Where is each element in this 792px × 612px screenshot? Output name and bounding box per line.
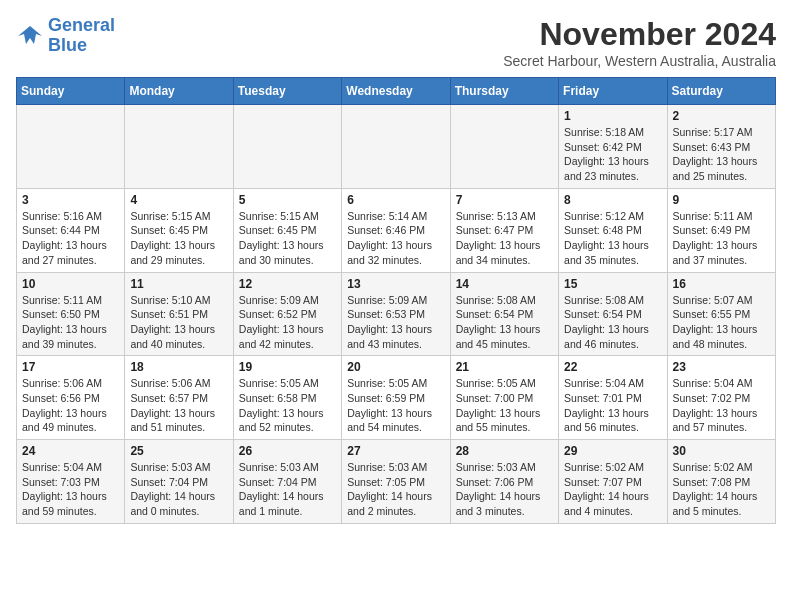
weekday-header-row: SundayMondayTuesdayWednesdayThursdayFrid… — [17, 78, 776, 105]
day-info: Sunrise: 5:04 AM Sunset: 7:02 PM Dayligh… — [673, 376, 770, 435]
day-number: 6 — [347, 193, 444, 207]
calendar-cell: 8Sunrise: 5:12 AM Sunset: 6:48 PM Daylig… — [559, 188, 667, 272]
day-info: Sunrise: 5:03 AM Sunset: 7:05 PM Dayligh… — [347, 460, 444, 519]
calendar-cell: 1Sunrise: 5:18 AM Sunset: 6:42 PM Daylig… — [559, 105, 667, 189]
day-number: 14 — [456, 277, 553, 291]
calendar-cell: 24Sunrise: 5:04 AM Sunset: 7:03 PM Dayli… — [17, 440, 125, 524]
day-info: Sunrise: 5:09 AM Sunset: 6:52 PM Dayligh… — [239, 293, 336, 352]
calendar-cell — [233, 105, 341, 189]
logo-icon — [16, 22, 44, 50]
day-info: Sunrise: 5:02 AM Sunset: 7:07 PM Dayligh… — [564, 460, 661, 519]
calendar-cell: 20Sunrise: 5:05 AM Sunset: 6:59 PM Dayli… — [342, 356, 450, 440]
main-title: November 2024 — [503, 16, 776, 53]
calendar-cell: 7Sunrise: 5:13 AM Sunset: 6:47 PM Daylig… — [450, 188, 558, 272]
calendar-cell: 13Sunrise: 5:09 AM Sunset: 6:53 PM Dayli… — [342, 272, 450, 356]
day-number: 20 — [347, 360, 444, 374]
day-number: 2 — [673, 109, 770, 123]
calendar-cell: 11Sunrise: 5:10 AM Sunset: 6:51 PM Dayli… — [125, 272, 233, 356]
day-info: Sunrise: 5:09 AM Sunset: 6:53 PM Dayligh… — [347, 293, 444, 352]
calendar-cell: 3Sunrise: 5:16 AM Sunset: 6:44 PM Daylig… — [17, 188, 125, 272]
day-info: Sunrise: 5:06 AM Sunset: 6:57 PM Dayligh… — [130, 376, 227, 435]
day-info: Sunrise: 5:15 AM Sunset: 6:45 PM Dayligh… — [130, 209, 227, 268]
day-info: Sunrise: 5:06 AM Sunset: 6:56 PM Dayligh… — [22, 376, 119, 435]
svg-marker-0 — [18, 26, 42, 44]
day-number: 13 — [347, 277, 444, 291]
day-info: Sunrise: 5:17 AM Sunset: 6:43 PM Dayligh… — [673, 125, 770, 184]
calendar-cell — [342, 105, 450, 189]
logo-text: General Blue — [48, 16, 115, 56]
day-info: Sunrise: 5:05 AM Sunset: 6:58 PM Dayligh… — [239, 376, 336, 435]
day-info: Sunrise: 5:08 AM Sunset: 6:54 PM Dayligh… — [456, 293, 553, 352]
calendar-cell — [450, 105, 558, 189]
day-number: 27 — [347, 444, 444, 458]
day-info: Sunrise: 5:10 AM Sunset: 6:51 PM Dayligh… — [130, 293, 227, 352]
calendar-cell: 29Sunrise: 5:02 AM Sunset: 7:07 PM Dayli… — [559, 440, 667, 524]
calendar-cell: 19Sunrise: 5:05 AM Sunset: 6:58 PM Dayli… — [233, 356, 341, 440]
day-number: 26 — [239, 444, 336, 458]
subtitle: Secret Harbour, Western Australia, Austr… — [503, 53, 776, 69]
day-info: Sunrise: 5:14 AM Sunset: 6:46 PM Dayligh… — [347, 209, 444, 268]
weekday-header-friday: Friday — [559, 78, 667, 105]
weekday-header-sunday: Sunday — [17, 78, 125, 105]
calendar-cell: 2Sunrise: 5:17 AM Sunset: 6:43 PM Daylig… — [667, 105, 775, 189]
day-info: Sunrise: 5:03 AM Sunset: 7:04 PM Dayligh… — [130, 460, 227, 519]
calendar-week-row: 1Sunrise: 5:18 AM Sunset: 6:42 PM Daylig… — [17, 105, 776, 189]
day-info: Sunrise: 5:11 AM Sunset: 6:50 PM Dayligh… — [22, 293, 119, 352]
day-number: 9 — [673, 193, 770, 207]
day-info: Sunrise: 5:11 AM Sunset: 6:49 PM Dayligh… — [673, 209, 770, 268]
day-number: 19 — [239, 360, 336, 374]
calendar-cell: 10Sunrise: 5:11 AM Sunset: 6:50 PM Dayli… — [17, 272, 125, 356]
page-header: General Blue November 2024 Secret Harbou… — [16, 16, 776, 69]
day-number: 1 — [564, 109, 661, 123]
logo: General Blue — [16, 16, 115, 56]
calendar-cell — [125, 105, 233, 189]
day-info: Sunrise: 5:08 AM Sunset: 6:54 PM Dayligh… — [564, 293, 661, 352]
calendar-cell: 5Sunrise: 5:15 AM Sunset: 6:45 PM Daylig… — [233, 188, 341, 272]
calendar-header: SundayMondayTuesdayWednesdayThursdayFrid… — [17, 78, 776, 105]
day-info: Sunrise: 5:07 AM Sunset: 6:55 PM Dayligh… — [673, 293, 770, 352]
calendar-cell: 12Sunrise: 5:09 AM Sunset: 6:52 PM Dayli… — [233, 272, 341, 356]
day-info: Sunrise: 5:18 AM Sunset: 6:42 PM Dayligh… — [564, 125, 661, 184]
calendar-week-row: 3Sunrise: 5:16 AM Sunset: 6:44 PM Daylig… — [17, 188, 776, 272]
calendar-cell: 4Sunrise: 5:15 AM Sunset: 6:45 PM Daylig… — [125, 188, 233, 272]
weekday-header-thursday: Thursday — [450, 78, 558, 105]
day-number: 17 — [22, 360, 119, 374]
day-info: Sunrise: 5:05 AM Sunset: 6:59 PM Dayligh… — [347, 376, 444, 435]
day-number: 3 — [22, 193, 119, 207]
calendar-cell: 16Sunrise: 5:07 AM Sunset: 6:55 PM Dayli… — [667, 272, 775, 356]
day-number: 16 — [673, 277, 770, 291]
weekday-header-tuesday: Tuesday — [233, 78, 341, 105]
weekday-header-saturday: Saturday — [667, 78, 775, 105]
calendar-cell: 17Sunrise: 5:06 AM Sunset: 6:56 PM Dayli… — [17, 356, 125, 440]
day-info: Sunrise: 5:03 AM Sunset: 7:04 PM Dayligh… — [239, 460, 336, 519]
day-number: 21 — [456, 360, 553, 374]
day-number: 25 — [130, 444, 227, 458]
day-info: Sunrise: 5:12 AM Sunset: 6:48 PM Dayligh… — [564, 209, 661, 268]
day-number: 29 — [564, 444, 661, 458]
day-number: 15 — [564, 277, 661, 291]
day-info: Sunrise: 5:02 AM Sunset: 7:08 PM Dayligh… — [673, 460, 770, 519]
day-number: 7 — [456, 193, 553, 207]
day-number: 8 — [564, 193, 661, 207]
calendar-cell: 28Sunrise: 5:03 AM Sunset: 7:06 PM Dayli… — [450, 440, 558, 524]
day-info: Sunrise: 5:04 AM Sunset: 7:01 PM Dayligh… — [564, 376, 661, 435]
calendar-cell: 21Sunrise: 5:05 AM Sunset: 7:00 PM Dayli… — [450, 356, 558, 440]
day-info: Sunrise: 5:13 AM Sunset: 6:47 PM Dayligh… — [456, 209, 553, 268]
calendar-cell: 18Sunrise: 5:06 AM Sunset: 6:57 PM Dayli… — [125, 356, 233, 440]
calendar-table: SundayMondayTuesdayWednesdayThursdayFrid… — [16, 77, 776, 524]
day-number: 5 — [239, 193, 336, 207]
day-info: Sunrise: 5:04 AM Sunset: 7:03 PM Dayligh… — [22, 460, 119, 519]
day-number: 11 — [130, 277, 227, 291]
calendar-body: 1Sunrise: 5:18 AM Sunset: 6:42 PM Daylig… — [17, 105, 776, 524]
day-number: 24 — [22, 444, 119, 458]
calendar-cell: 23Sunrise: 5:04 AM Sunset: 7:02 PM Dayli… — [667, 356, 775, 440]
day-number: 4 — [130, 193, 227, 207]
title-block: November 2024 Secret Harbour, Western Au… — [503, 16, 776, 69]
day-number: 22 — [564, 360, 661, 374]
calendar-cell: 27Sunrise: 5:03 AM Sunset: 7:05 PM Dayli… — [342, 440, 450, 524]
day-number: 18 — [130, 360, 227, 374]
day-info: Sunrise: 5:16 AM Sunset: 6:44 PM Dayligh… — [22, 209, 119, 268]
day-info: Sunrise: 5:05 AM Sunset: 7:00 PM Dayligh… — [456, 376, 553, 435]
weekday-header-monday: Monday — [125, 78, 233, 105]
calendar-week-row: 10Sunrise: 5:11 AM Sunset: 6:50 PM Dayli… — [17, 272, 776, 356]
